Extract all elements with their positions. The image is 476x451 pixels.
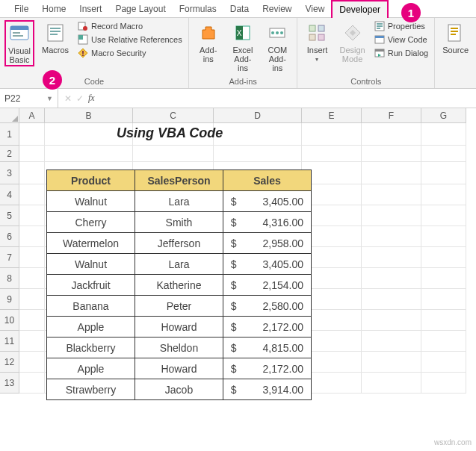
cell-product[interactable]: Blackberry — [47, 338, 135, 358]
cell-F5[interactable] — [362, 205, 421, 226]
cell-G6[interactable] — [421, 226, 466, 247]
cell-F9[interactable] — [362, 289, 421, 310]
cell-product[interactable]: Watermelon — [47, 233, 135, 254]
cell-F2[interactable] — [362, 146, 421, 162]
cell-person[interactable]: Lara — [135, 254, 223, 275]
cell-A7[interactable] — [19, 247, 45, 268]
tab-file[interactable]: File — [7, 1, 35, 17]
cell-sales[interactable]: 2,958.00 — [240, 233, 312, 254]
fx-icon[interactable]: fx — [88, 93, 95, 104]
cell-A1[interactable] — [19, 123, 45, 146]
cell-currency[interactable]: $ — [223, 358, 240, 379]
cell-currency[interactable]: $ — [223, 212, 240, 233]
cell-G11[interactable] — [421, 331, 466, 352]
cell-person[interactable]: Lara — [135, 191, 223, 212]
cell-sales[interactable]: 3,405.00 — [240, 254, 312, 275]
cell-G5[interactable] — [421, 205, 466, 226]
cell-currency[interactable]: $ — [223, 275, 240, 296]
cell-A4[interactable] — [19, 184, 45, 205]
macros-button[interactable]: Macros — [39, 20, 72, 56]
macro-security-button[interactable]: Macro Security — [76, 47, 184, 59]
cell-G1[interactable] — [421, 123, 466, 146]
tab-pagelayout[interactable]: Page Layout — [108, 1, 172, 17]
col-header-C[interactable]: C — [133, 108, 214, 123]
col-header-D[interactable]: D — [214, 108, 302, 123]
cell-sales[interactable]: 2,172.00 — [240, 358, 312, 379]
cell-A2[interactable] — [19, 146, 45, 162]
cell-currency[interactable]: $ — [223, 379, 240, 400]
visual-basic-button[interactable]: Visual Basic — [4, 20, 34, 66]
cell-G4[interactable] — [421, 184, 466, 205]
cell-A8[interactable] — [19, 268, 45, 289]
cell-person[interactable]: Jacob — [135, 379, 223, 400]
row-header-2[interactable]: 2 — [0, 146, 19, 162]
cell-F10[interactable] — [362, 310, 421, 331]
cell-person[interactable]: Howard — [135, 358, 223, 379]
row-header-11[interactable]: 11 — [0, 331, 19, 352]
cell-A11[interactable] — [19, 331, 45, 352]
col-header-A[interactable]: A — [19, 108, 45, 123]
source-button[interactable]: Source — [439, 20, 472, 56]
cell-F3[interactable] — [362, 162, 421, 184]
cell-sales[interactable]: 3,914.00 — [240, 379, 312, 400]
cell-person[interactable]: Peter — [135, 296, 223, 317]
cell-person[interactable]: Howard — [135, 317, 223, 338]
name-box[interactable]: P22 ▼ — [0, 89, 58, 108]
tab-home[interactable]: Home — [35, 1, 72, 17]
col-header-G[interactable]: G — [421, 108, 466, 123]
row-header-13[interactable]: 13 — [0, 373, 19, 394]
row-header-6[interactable]: 6 — [0, 226, 19, 247]
relative-refs-button[interactable]: Use Relative References — [76, 34, 184, 46]
cell-B2[interactable] — [45, 146, 133, 162]
formula-input[interactable] — [101, 89, 476, 108]
row-header-3[interactable]: 3 — [0, 162, 19, 184]
cell-F7[interactable] — [362, 247, 421, 268]
cell-A13[interactable] — [19, 373, 45, 394]
properties-button[interactable]: Properties — [373, 20, 430, 32]
cell-A10[interactable] — [19, 310, 45, 331]
cell-D1[interactable] — [214, 123, 302, 146]
tab-view[interactable]: View — [299, 1, 332, 17]
cell-C2[interactable] — [133, 146, 214, 162]
select-all-corner[interactable] — [0, 108, 19, 123]
enter-icon[interactable]: ✓ — [76, 93, 84, 104]
cell-A6[interactable] — [19, 226, 45, 247]
cell-G9[interactable] — [421, 289, 466, 310]
row-header-10[interactable]: 10 — [0, 310, 19, 331]
cell-F11[interactable] — [362, 331, 421, 352]
cell-sales[interactable]: 3,405.00 — [240, 191, 312, 212]
table-header-product[interactable]: Product — [47, 170, 135, 191]
cell-sales[interactable]: 4,815.00 — [240, 338, 312, 358]
cell-G10[interactable] — [421, 310, 466, 331]
cell-sales[interactable]: 2,580.00 — [240, 296, 312, 317]
com-addins-button[interactable]: COM Add-ins — [262, 20, 292, 74]
cell-A3[interactable] — [19, 162, 45, 184]
row-header-8[interactable]: 8 — [0, 268, 19, 289]
row-header-9[interactable]: 9 — [0, 289, 19, 310]
cell-G13[interactable] — [421, 373, 466, 394]
cell-G2[interactable] — [421, 146, 466, 162]
cell-product[interactable]: Banana — [47, 296, 135, 317]
cell-product[interactable]: Jackfruit — [47, 275, 135, 296]
cell-G8[interactable] — [421, 268, 466, 289]
row-header-1[interactable]: 1 — [0, 123, 19, 146]
record-macro-button[interactable]: Record Macro — [76, 20, 184, 32]
tab-insert[interactable]: Insert — [72, 1, 108, 17]
cell-D2[interactable] — [214, 146, 302, 162]
cell-currency[interactable]: $ — [223, 233, 240, 254]
addins-button[interactable]: Add- ins — [194, 20, 223, 65]
row-header-7[interactable]: 7 — [0, 247, 19, 268]
cell-sales[interactable]: 2,172.00 — [240, 317, 312, 338]
cell-person[interactable]: Smith — [135, 212, 223, 233]
excel-addins-button[interactable]: X Excel Add-ins — [228, 20, 258, 74]
row-header-12[interactable]: 12 — [0, 352, 19, 373]
cell-sales[interactable]: 4,316.00 — [240, 212, 312, 233]
cell-product[interactable]: Cherry — [47, 212, 135, 233]
insert-control-button[interactable]: Insert ▾ — [302, 20, 332, 64]
cell-F6[interactable] — [362, 226, 421, 247]
cell-F12[interactable] — [362, 352, 421, 373]
cell-F8[interactable] — [362, 268, 421, 289]
tab-developer[interactable]: Developer — [331, 0, 389, 18]
cell-currency[interactable]: $ — [223, 254, 240, 275]
col-header-E[interactable]: E — [302, 108, 362, 123]
